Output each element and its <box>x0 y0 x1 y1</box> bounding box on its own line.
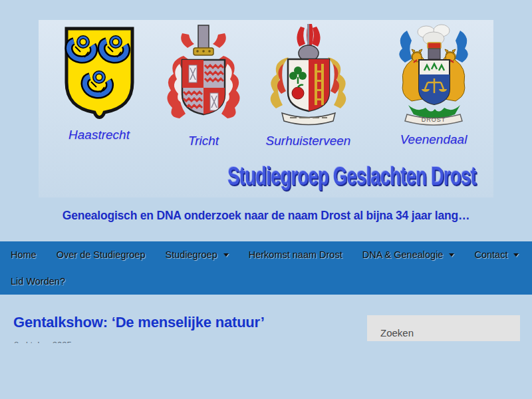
nav-item-studiegroep[interactable]: Studiegroep <box>156 241 239 268</box>
nav-row-1: Home Over de Studiegroep Studiegroep Her… <box>0 241 532 268</box>
search-input[interactable] <box>367 315 520 341</box>
nav-item-label: Over de Studiegroep <box>57 249 146 260</box>
nav-item-label: DNA & Genealogie <box>362 249 444 260</box>
crest-veenendaal: DROST Veenendaal <box>388 21 479 147</box>
chevron-down-icon <box>223 253 229 257</box>
crest-surhuisterveen: Surhuisterveen <box>262 23 354 148</box>
crest-caption-tricht: Tricht <box>188 134 219 148</box>
crest-haastrecht: Haastrecht <box>59 24 140 142</box>
nav-item-label: Studiegroep <box>166 249 217 260</box>
haastrecht-coat-of-arms-icon <box>61 24 138 124</box>
nav-item-contact[interactable]: Contact <box>464 241 529 268</box>
crest-caption-veenendaal: Veenendaal <box>400 132 467 147</box>
site-title: Studiegroep Geslachten Drost <box>227 162 476 191</box>
crest-tricht: Tricht <box>162 21 245 148</box>
crest-caption-haastrecht: Haastrecht <box>68 128 130 142</box>
crest-caption-surhuisterveen: Surhuisterveen <box>266 134 351 148</box>
nav-item-herkomst-naam-drost[interactable]: Herkomst naam Drost <box>239 241 352 268</box>
nav-item-label: Contact <box>474 249 507 260</box>
nav-item-over-de-studiegroep[interactable]: Over de Studiegroep <box>47 241 156 268</box>
search-box <box>367 315 520 341</box>
site-tagline: Genealogisch en DNA onderzoek naar de na… <box>0 209 532 223</box>
tricht-coat-of-arms-icon <box>164 21 243 130</box>
chevron-down-icon <box>513 253 519 257</box>
chevron-down-icon <box>449 253 454 257</box>
header-banner: Haastrecht <box>39 20 493 198</box>
nav-item-home[interactable]: Home <box>1 241 47 268</box>
nav-item-dna-genealogie[interactable]: DNA & Genealogie <box>352 241 465 268</box>
nav-item-lid-worden[interactable]: Lid Worden? <box>1 268 75 295</box>
veenendaal-coat-of-arms-icon: DROST <box>390 21 477 128</box>
nav-item-label: Herkomst naam Drost <box>249 249 342 260</box>
page: Haastrecht <box>0 0 532 399</box>
nav-row-2: Lid Worden? <box>0 268 532 295</box>
veenendaal-banner-text: DROST <box>422 116 446 123</box>
post-date: 8 oktober 2025 <box>14 338 147 343</box>
surhuisterveen-coat-of-arms-icon <box>263 23 353 130</box>
nav-item-label: Home <box>11 249 37 260</box>
main-navigation: Home Over de Studiegroep Studiegroep Her… <box>0 241 532 295</box>
nav-item-label: Lid Worden? <box>11 276 65 287</box>
post-title[interactable]: Gentalkshow: ‘De menselijke natuur’ <box>13 314 265 331</box>
